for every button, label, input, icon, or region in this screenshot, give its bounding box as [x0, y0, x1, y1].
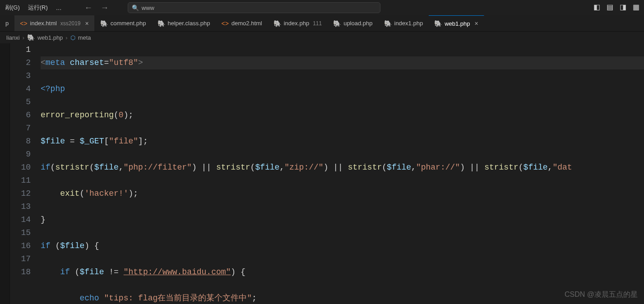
- tab-p[interactable]: p: [0, 15, 14, 31]
- php-icon: 🐘: [158, 20, 165, 27]
- search-value: www: [142, 5, 154, 11]
- menu-run[interactable]: 运行(R): [24, 2, 51, 14]
- php-icon: 🐘: [384, 20, 392, 27]
- html-icon: <>: [20, 20, 27, 27]
- close-icon[interactable]: ×: [475, 20, 478, 27]
- line-number-gutter: 1 2 3 4 5 6 7 8 9 10 11 12 13 14 15 16 1…: [10, 43, 41, 304]
- toggle-primary-sidebar-icon[interactable]: ◧: [593, 3, 600, 11]
- symbol-icon: ⬡: [70, 34, 75, 41]
- menu-more[interactable]: …: [52, 3, 65, 13]
- php-icon: 🐘: [434, 20, 442, 27]
- close-icon[interactable]: ×: [85, 20, 89, 27]
- php-icon: 🐘: [273, 20, 281, 27]
- code-editor[interactable]: 1 2 3 4 5 6 7 8 9 10 11 12 13 14 15 16 1…: [10, 43, 644, 304]
- nav-back-icon[interactable]: ←: [84, 3, 93, 13]
- tab-suffix: xss2019: [60, 20, 81, 27]
- customize-layout-icon[interactable]: ▦: [633, 3, 639, 11]
- tab-demo2-html[interactable]: <> demo2.html: [216, 15, 268, 31]
- watermark: CSDN @凌晨五点的星: [565, 290, 638, 299]
- tab-label: index.html: [30, 20, 57, 27]
- html-icon: <>: [221, 20, 228, 27]
- tab-label: helper.class.php: [168, 20, 210, 27]
- breadcrumb-folder[interactable]: lianxi: [6, 34, 20, 41]
- nav-forward-icon[interactable]: →: [101, 3, 109, 13]
- php-icon: 🐘: [333, 20, 341, 27]
- php-icon: 🐘: [100, 20, 108, 27]
- tab-label: upload.php: [343, 20, 372, 27]
- tab-label: index.php: [284, 20, 309, 27]
- breadcrumb-file[interactable]: web1.php: [37, 34, 63, 41]
- tab-helper-class-php[interactable]: 🐘 helper.class.php: [152, 15, 216, 31]
- tab-upload-php[interactable]: 🐘 upload.php: [328, 15, 378, 31]
- chevron-right-icon: ›: [23, 34, 24, 41]
- tab-index1-php[interactable]: 🐘 index1.php: [379, 15, 429, 31]
- tab-label: p: [5, 20, 9, 27]
- tab-web1-php[interactable]: 🐘 web1.php ×: [429, 15, 484, 31]
- search-icon: 🔍: [132, 5, 139, 11]
- chevron-right-icon: ›: [65, 34, 67, 41]
- menu-bar: 剐(G) 运行(R) … ← → 🔍 www ◧ ▤ ◨ ▦: [0, 0, 644, 15]
- activity-bar: [0, 43, 10, 304]
- menu-g[interactable]: 剐(G): [2, 2, 23, 14]
- tab-label: demo2.html: [232, 20, 262, 27]
- php-icon: 🐘: [27, 34, 35, 41]
- tab-suffix: 111: [313, 20, 322, 27]
- breadcrumb-symbol[interactable]: meta: [78, 34, 91, 41]
- tab-bar: p <> index.html xss2019 × 🐘 comment.php …: [0, 15, 644, 32]
- command-center[interactable]: 🔍 www: [128, 2, 380, 13]
- tab-label: comment.php: [111, 20, 146, 27]
- tab-index-html[interactable]: <> index.html xss2019 ×: [14, 15, 95, 31]
- toggle-secondary-sidebar-icon[interactable]: ◨: [620, 3, 626, 11]
- code-content[interactable]: <meta charset="utf8"> <?php error_report…: [41, 43, 644, 304]
- tab-label: index1.php: [394, 20, 423, 27]
- breadcrumb[interactable]: lianxi › 🐘 web1.php › ⬡ meta: [0, 32, 644, 43]
- layout-controls: ◧ ▤ ◨ ▦: [593, 3, 639, 11]
- toggle-panel-icon[interactable]: ▤: [607, 3, 613, 11]
- tab-comment-php[interactable]: 🐘 comment.php: [95, 15, 152, 31]
- tab-label: web1.php: [445, 20, 470, 27]
- tab-index-php[interactable]: 🐘 index.php 111: [268, 15, 328, 31]
